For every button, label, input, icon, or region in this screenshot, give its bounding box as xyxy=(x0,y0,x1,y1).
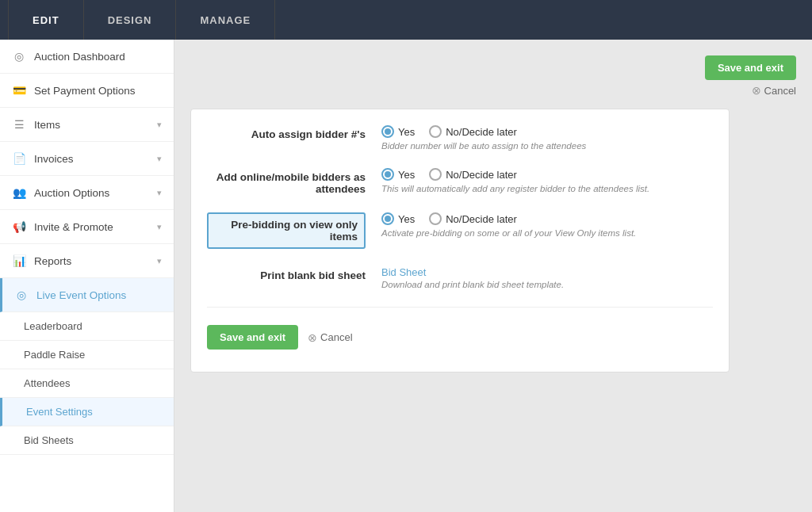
control-auto-assign: Yes No/Decide later Bidder number will b… xyxy=(381,125,713,151)
radio-no-pre-bidding[interactable]: No/Decide later xyxy=(429,212,517,225)
nav-tabs: EDIT DESIGN MANAGE xyxy=(8,0,275,40)
radio-circle-no-2 xyxy=(429,168,442,181)
content-panel: Save and exit ⊗ Cancel Auto assign bidde… xyxy=(174,40,812,512)
main-area: ◎ Auction Dashboard 💳 Set Payment Option… xyxy=(0,40,812,512)
hint-online-mobile: This will automatically add any register… xyxy=(381,184,713,193)
sidebar-item-reports[interactable]: 📊 Reports ▾ xyxy=(0,244,174,278)
radio-group-online-mobile: Yes No/Decide later xyxy=(381,168,713,181)
sidebar-sub-item-event-settings[interactable]: Event Settings xyxy=(0,398,174,426)
control-online-mobile: Yes No/Decide later This will automatica… xyxy=(381,168,713,193)
hint-auto-assign: Bidder number will be auto assign to the… xyxy=(381,141,713,151)
tab-edit[interactable]: EDIT xyxy=(8,0,84,40)
label-pre-bidding: Pre-bidding on view only items xyxy=(207,212,366,249)
radio-group-pre-bidding: Yes No/Decide later xyxy=(381,212,713,225)
sidebar-item-items[interactable]: ☰ Items ▾ xyxy=(0,108,174,142)
sidebar-item-set-payment-options[interactable]: 💳 Set Payment Options xyxy=(0,74,174,108)
radio-circle-no xyxy=(429,125,442,138)
chevron-down-icon: ▾ xyxy=(157,222,162,232)
top-action-area: Save and exit ⊗ Cancel xyxy=(190,55,796,97)
sidebar-sub-item-leaderboard[interactable]: Leaderboard xyxy=(0,312,174,341)
items-icon: ☰ xyxy=(12,117,26,132)
form-row-pre-bidding: Pre-bidding on view only items Yes No/De… xyxy=(207,212,713,249)
cancel-icon: ⊗ xyxy=(752,84,761,97)
form-row-online-mobile: Add online/mobile bidders as attendees Y… xyxy=(207,168,713,195)
form-row-auto-assign: Auto assign bidder #'s Yes No/Decide lat… xyxy=(207,125,713,151)
payment-icon: 💳 xyxy=(12,83,26,97)
control-pre-bidding: Yes No/Decide later Activate pre-bidding… xyxy=(381,212,713,238)
auction-options-icon: 👥 xyxy=(12,185,26,200)
hint-bid-sheet: Download and print blank bid sheet templ… xyxy=(381,280,713,289)
radio-circle-yes-2 xyxy=(381,168,394,181)
save-and-exit-button-bottom[interactable]: Save and exit xyxy=(207,325,298,350)
label-bid-sheet: Print blank bid sheet xyxy=(207,266,366,281)
chevron-down-icon: ▾ xyxy=(157,120,162,130)
sidebar: ◎ Auction Dashboard 💳 Set Payment Option… xyxy=(0,40,174,512)
form-card: Auto assign bidder #'s Yes No/Decide lat… xyxy=(190,109,730,373)
tab-manage[interactable]: MANAGE xyxy=(176,0,275,40)
label-online-mobile: Add online/mobile bidders as attendees xyxy=(207,168,366,195)
chevron-down-icon: ▾ xyxy=(157,154,162,164)
sidebar-item-invoices[interactable]: 📄 Invoices ▾ xyxy=(0,142,174,176)
chevron-down-icon: ▾ xyxy=(157,188,162,198)
save-and-exit-button-top[interactable]: Save and exit xyxy=(705,55,796,80)
invite-icon: 📢 xyxy=(12,220,26,234)
cancel-icon-bottom: ⊗ xyxy=(308,331,317,344)
control-bid-sheet: Bid Sheet Download and print blank bid s… xyxy=(381,266,713,289)
radio-no-auto-assign[interactable]: No/Decide later xyxy=(429,125,517,138)
radio-circle-yes xyxy=(381,125,394,138)
radio-circle-no-3 xyxy=(429,212,442,225)
sidebar-item-auction-options[interactable]: 👥 Auction Options ▾ xyxy=(0,176,174,210)
radio-group-auto-assign: Yes No/Decide later xyxy=(381,125,713,138)
cancel-button-top[interactable]: ⊗ Cancel xyxy=(752,84,796,97)
hint-pre-bidding: Activate pre-bidding on some or all of y… xyxy=(381,228,713,238)
radio-yes-pre-bidding[interactable]: Yes xyxy=(381,212,415,225)
tab-design[interactable]: DESIGN xyxy=(84,0,177,40)
form-row-bid-sheet: Print blank bid sheet Bid Sheet Download… xyxy=(207,266,713,289)
bottom-action-row: Save and exit ⊗ Cancel xyxy=(207,325,713,350)
chevron-down-icon: ▾ xyxy=(157,256,162,266)
bid-sheet-link[interactable]: Bid Sheet xyxy=(381,266,713,278)
sidebar-item-live-event-options[interactable]: ◎ Live Event Options xyxy=(0,278,174,312)
live-event-icon: ◎ xyxy=(14,288,29,302)
radio-yes-auto-assign[interactable]: Yes xyxy=(381,125,415,138)
label-auto-assign: Auto assign bidder #'s xyxy=(207,125,366,140)
reports-icon: 📊 xyxy=(12,254,26,268)
sidebar-item-auction-dashboard[interactable]: ◎ Auction Dashboard xyxy=(0,40,174,74)
form-divider xyxy=(207,307,713,308)
cancel-button-bottom[interactable]: ⊗ Cancel xyxy=(308,331,352,344)
sidebar-item-invite-promote[interactable]: 📢 Invite & Promote ▾ xyxy=(0,210,174,244)
radio-circle-yes-3 xyxy=(381,212,394,225)
radio-no-online-mobile[interactable]: No/Decide later xyxy=(429,168,517,181)
invoices-icon: 📄 xyxy=(12,151,26,166)
sidebar-sub-item-paddle-raise[interactable]: Paddle Raise xyxy=(0,341,174,369)
top-navigation: EDIT DESIGN MANAGE xyxy=(0,0,812,40)
dashboard-icon: ◎ xyxy=(12,49,26,63)
sidebar-sub-item-bid-sheets[interactable]: Bid Sheets xyxy=(0,426,174,455)
radio-yes-online-mobile[interactable]: Yes xyxy=(381,168,415,181)
sidebar-sub-item-attendees[interactable]: Attendees xyxy=(0,369,174,398)
